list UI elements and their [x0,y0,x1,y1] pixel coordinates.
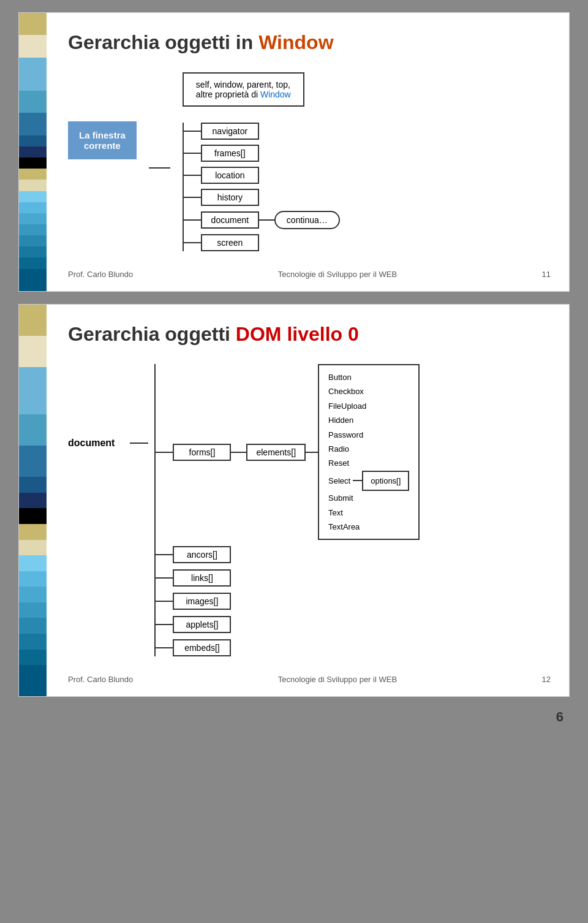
slide-1: Gerarchia oggetti in Window La finestra … [18,12,570,292]
item-history: history [201,189,259,206]
type-select-row: Select options[] [328,471,409,491]
dom-branch-links: links[] [156,569,420,587]
type-fileupload: FileUpload [328,399,409,413]
dom-branch-images: images[] [156,593,420,610]
left-connector-line [149,167,170,169]
branch-location: location [184,167,340,184]
slide2-title-text: Gerarchia oggetti [68,323,236,345]
top-box-line1: self, window, parent, top, [196,80,290,89]
slide2-footer-author: Prof. Carlo Blundo [68,675,133,684]
item-navigator: navigator [201,123,259,140]
slide1-footer: Prof. Carlo Blundo Tecnologie di Svilupp… [68,264,551,279]
doc-to-tree-connector [130,443,148,444]
slide1-title-highlight: Window [258,31,333,53]
dom-branches-col: forms[] elements[] Button Checkbox FileU… [156,364,420,656]
tick-history [184,197,201,198]
type-text: Text [328,506,409,520]
slide1-right-tree: self, window, parent, top, altre proprie… [183,72,340,251]
branch-document: document continua… [184,211,340,229]
page-number-container: 6 [18,709,570,725]
options-box: options[] [362,471,409,491]
h-connector [149,167,170,169]
tick-frames [184,153,201,154]
dom-branch-embeds: embeds[] [156,639,420,656]
branch-history: history [184,189,340,206]
dom-tree: forms[] elements[] Button Checkbox FileU… [154,364,420,656]
left-label-line1: La finestra [79,130,126,140]
tick-document [184,219,201,221]
item-links: links[] [173,569,231,587]
item-frames: frames[] [201,145,259,162]
dom-branch-applets: applets[] [156,616,420,633]
item-embeds: embeds[] [173,639,231,656]
slide1-footer-author: Prof. Carlo Blundo [68,270,133,279]
slide1-footer-course: Tecnologie di Sviluppo per il WEB [278,270,397,279]
type-select: Select [328,474,350,488]
item-applets: applets[] [173,616,231,633]
slide1-main: La finestra corrente self, window, paren… [68,72,551,251]
type-checkbox: Checkbox [328,384,409,398]
doc-h-line [130,443,148,444]
item-location: location [201,167,259,184]
left-label-box: La finestra corrente [68,121,137,159]
slide2-footer: Prof. Carlo Blundo Tecnologie di Svilupp… [68,669,551,684]
item-document: document [201,211,259,229]
top-section: self, window, parent, top, altre proprie… [183,72,340,113]
branches: navigator frames[] location [184,123,340,251]
tick-location [184,175,201,176]
dom-branch-ancors: ancors[] [156,546,420,563]
top-box-highlight: Window [260,89,291,99]
slide-2: Gerarchia oggetti DOM livello 0 document [18,304,570,697]
slide1-title: Gerarchia oggetti in Window [68,31,551,54]
slide2-main: document forms[] [68,364,551,656]
left-label-line2: corrente [84,140,121,151]
tick-screen [184,242,201,243]
type-radio: Radio [328,442,409,456]
dom-branch-forms: forms[] elements[] Button Checkbox FileU… [156,364,420,540]
item-screen: screen [201,234,259,251]
slide2-doc-label: document [68,438,115,449]
slide1-footer-page: 11 [542,270,551,279]
branch-frames: frames[] [184,145,340,162]
branch-wrapper: navigator frames[] location [183,123,340,251]
top-box: self, window, parent, top, altre proprie… [183,72,304,107]
type-button: Button [328,370,409,384]
type-textarea: TextArea [328,520,409,534]
dom-branch-wrapper: forms[] elements[] Button Checkbox FileU… [154,364,420,656]
type-submit: Submit [328,491,409,505]
slide2-title: Gerarchia oggetti DOM livello 0 [68,323,551,346]
color-strip-1 [19,13,47,291]
continua-label: continua… [287,215,328,225]
slide2-content: Gerarchia oggetti DOM livello 0 document [68,323,551,684]
type-hidden: Hidden [328,413,409,427]
slide1-title-text: Gerarchia oggetti in [68,31,258,53]
continua-oval: continua… [274,211,340,229]
slide1-content: Gerarchia oggetti in Window La finestra … [68,31,551,279]
slide2-footer-course: Tecnologie di Sviluppo per il WEB [278,675,397,684]
doc-to-continua-line [259,219,274,221]
type-password: Password [328,428,409,442]
type-list: Button Checkbox FileUpload Hidden Passwo… [318,364,420,540]
type-reset: Reset [328,456,409,470]
options-label-text: options[] [371,476,401,485]
doc-label-text: document [68,438,115,448]
item-ancors: ancors[] [173,546,231,563]
branch-screen: screen [184,234,340,251]
item-forms: forms[] [173,444,231,461]
slide2-title-highlight: DOM livello 0 [236,323,359,345]
slide2-footer-page: 12 [542,675,551,684]
slide1-left: La finestra corrente [68,121,137,159]
top-box-line2: altre proprietà di [196,89,260,99]
branch-navigator: navigator [184,123,340,140]
tick-navigator [184,131,201,132]
page-number: 6 [556,709,564,725]
color-strip-2 [19,305,47,696]
item-elements: elements[] [246,444,306,461]
item-images: images[] [173,593,231,610]
